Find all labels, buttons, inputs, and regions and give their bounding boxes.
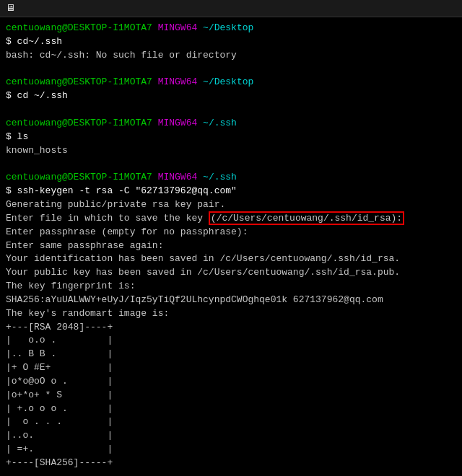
prompt-line: centuowang@DESKTOP-I1MOTA7 MINGW64 ~/.ss… (6, 171, 456, 185)
prompt-line: centuowang@DESKTOP-I1MOTA7 MINGW64 ~/Des… (6, 76, 456, 89)
command-line: $ cd ~/.ssh (6, 89, 456, 103)
output-line: bash: cd~/.ssh: No such file or director… (6, 49, 456, 63)
prompt-user: centuowang@DESKTOP-I1MOTA7 (6, 172, 152, 182)
output-line: |..o. | (6, 429, 456, 443)
prompt-app: MINGW64 (158, 172, 198, 182)
output-line: |o*o@oO o . | (6, 375, 456, 389)
output-line: |.. B B . | (6, 348, 456, 361)
empty-line (6, 63, 456, 76)
output-line: The key fingerprint is: (6, 280, 456, 294)
command-line: $ ls (6, 131, 456, 144)
prompt-line: centuowang@DESKTOP-I1MOTA7 MINGW64 ~/Des… (6, 22, 456, 35)
empty-line (6, 157, 456, 171)
output-line: Enter same passphrase again: (6, 239, 456, 253)
output-line: | o.o . | (6, 334, 456, 348)
prompt-path: ~/Desktop (203, 76, 253, 87)
command-line: $ cd~/.ssh (6, 35, 456, 49)
terminal-icon: 🖥 (6, 3, 15, 14)
output-line: |o+*o+ * S | (6, 389, 456, 402)
output-line: Your identification has been saved in /c… (6, 252, 456, 266)
output-line: SHA256:aYuUALWWY+eUyJ/Iqz5yTiQf2ULhcynpd… (6, 294, 456, 307)
output-line: | =+. | (6, 443, 456, 457)
output-line: +---[RSA 2048]----+ (6, 321, 456, 335)
output-line: known_hosts (6, 144, 456, 158)
empty-line (6, 470, 456, 476)
output-line: Generating public/private rsa key pair. (6, 198, 456, 212)
prompt-app: MINGW64 (158, 118, 198, 128)
output-line: The key's randomart image is: (6, 307, 456, 321)
prompt-line: centuowang@DESKTOP-I1MOTA7 MINGW64 ~/.ss… (6, 117, 456, 131)
output-line: +----[SHA256]-----+ (6, 457, 456, 470)
command-line: $ ssh-keygen -t rsa -C "627137962@qq.com… (6, 185, 456, 198)
title-bar: 🖥 (0, 0, 462, 17)
output-line: Enter passphrase (empty for no passphras… (6, 226, 456, 239)
prompt-user: centuowang@DESKTOP-I1MOTA7 (6, 76, 152, 87)
prompt-user: centuowang@DESKTOP-I1MOTA7 (6, 118, 152, 128)
output-line: | +.o o o . | (6, 402, 456, 416)
prompt-user: centuowang@DESKTOP-I1MOTA7 (6, 22, 152, 33)
prompt-app: MINGW64 (158, 22, 198, 33)
output-highlight-line: Enter file in which to save the key (/c/… (6, 212, 456, 226)
empty-line (6, 103, 456, 117)
prompt-path: ~/.ssh (203, 172, 237, 182)
output-line: |+ O #E+ | (6, 361, 456, 375)
prompt-path: ~/.ssh (203, 118, 237, 128)
terminal-output: centuowang@DESKTOP-I1MOTA7 MINGW64 ~/Des… (0, 17, 462, 476)
highlight-path: (/c/Users/centuowang/.ssh/id_rsa): (209, 211, 404, 225)
prompt-path: ~/Desktop (203, 22, 253, 33)
prompt-app: MINGW64 (158, 76, 198, 87)
output-line: | o . . . | (6, 415, 456, 429)
output-line: Your public key has been saved in /c/Use… (6, 266, 456, 280)
